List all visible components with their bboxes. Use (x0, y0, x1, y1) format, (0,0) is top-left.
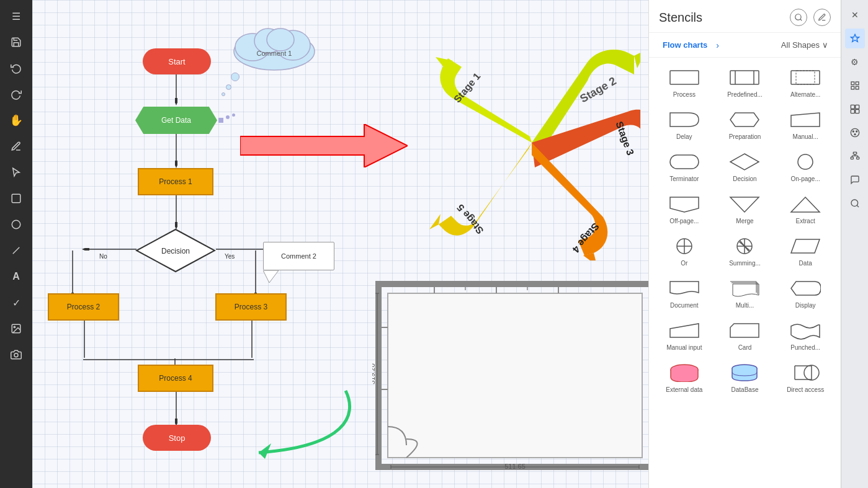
far-right-toolbar: ✕ ⚙ (841, 0, 868, 488)
svg-marker-78 (670, 197, 699, 212)
circle-button[interactable] (5, 213, 27, 236)
shape-on-page[interactable]: On-page... (776, 147, 834, 187)
stencil-tabs-bar: Flow charts › All Shapes ∨ (649, 33, 841, 58)
comment2-box[interactable]: Comment 2 (263, 242, 334, 270)
redo-button[interactable] (5, 83, 27, 105)
grid-view-button[interactable] (845, 76, 865, 95)
shape-delay[interactable]: Delay (655, 105, 714, 144)
shapes-view-button[interactable] (845, 99, 865, 119)
extract-label: Extract (796, 218, 815, 225)
image-button[interactable] (5, 317, 27, 340)
shape-external-data[interactable]: External data (655, 358, 714, 397)
shape-off-page[interactable]: Off-page... (655, 189, 714, 229)
edit-panel-button[interactable] (813, 9, 831, 26)
get-data-shape[interactable]: Get Data (135, 107, 217, 134)
close-panel-button[interactable]: ✕ (845, 5, 865, 25)
shape-card[interactable]: Card (716, 316, 774, 355)
stop-shape[interactable]: Stop (143, 425, 211, 451)
decision-icon (727, 151, 762, 173)
comment-button[interactable] (845, 170, 865, 190)
shapes-grid: Process Predefined... Alternate... Delay (649, 58, 841, 488)
shape-predefined[interactable]: Predefined... (716, 63, 774, 102)
preparation-label: Preparation (729, 133, 761, 141)
svg-marker-39 (634, 50, 640, 68)
process4-shape[interactable]: Process 4 (138, 365, 213, 392)
shape-database[interactable]: DataBase (716, 358, 774, 397)
stop-label: Stop (169, 433, 186, 443)
merge-label: Merge (736, 218, 753, 225)
select-button[interactable] (5, 161, 27, 184)
touch-button[interactable]: ✋ (5, 109, 27, 131)
svg-text:511.65: 511.65 (504, 463, 526, 470)
rect-button[interactable] (5, 187, 27, 210)
camera-button[interactable] (5, 344, 27, 366)
line-button[interactable] (5, 239, 27, 262)
svg-point-4 (14, 326, 15, 327)
pin-button[interactable] (845, 29, 865, 48)
tree-button[interactable] (845, 146, 865, 166)
process4-label: Process 4 (159, 374, 192, 383)
zoom-panel-button[interactable] (845, 193, 865, 213)
database-icon (727, 362, 762, 384)
process3-shape[interactable]: Process 3 (215, 293, 287, 321)
shape-manual[interactable]: Manual... (776, 105, 834, 144)
shape-process[interactable]: Process (655, 63, 714, 102)
panel-header: Stencils (649, 0, 841, 33)
off-page-label: Off-page... (669, 218, 699, 225)
no-label: No (99, 253, 107, 260)
check-button[interactable]: ✓ (5, 291, 27, 314)
shape-summing[interactable]: Summing... (716, 231, 774, 271)
multi-label: Multi... (736, 302, 754, 309)
decision-shape[interactable]: Decision (135, 228, 216, 273)
settings-button[interactable]: ⚙ (845, 52, 865, 72)
svg-line-115 (857, 205, 859, 207)
search-panel-button[interactable] (790, 9, 807, 26)
pen-button[interactable] (5, 135, 27, 157)
svg-marker-79 (730, 197, 759, 212)
shape-or[interactable]: Or (655, 231, 714, 271)
card-label: Card (738, 344, 752, 352)
shape-display[interactable]: Display (776, 273, 834, 313)
arrow-down-process2 (71, 251, 74, 300)
svg-marker-45 (429, 214, 441, 229)
menu-button[interactable]: ☰ (5, 5, 27, 27)
svg-text:Stage 3: Stage 3 (614, 120, 635, 156)
palette-button[interactable] (845, 123, 865, 143)
process1-shape[interactable]: Process 1 (138, 168, 213, 195)
shape-direct-access[interactable]: Direct access (776, 358, 834, 397)
start-shape[interactable]: Start (143, 48, 211, 74)
arrow-getdata-process1 (175, 134, 177, 168)
flow-charts-chevron[interactable]: › (716, 40, 719, 50)
arrow-start-getdata (175, 74, 177, 105)
punched-label: Punched... (790, 344, 820, 352)
svg-rect-101 (851, 110, 854, 113)
all-shapes-button[interactable]: All Shapes ∨ (776, 38, 833, 52)
shape-preparation[interactable]: Preparation (716, 105, 774, 144)
svg-line-66 (800, 19, 802, 21)
canvas-area[interactable]: Start Comment 1 Get Data Process 1 (32, 0, 648, 488)
svg-rect-100 (855, 105, 859, 109)
text-button[interactable]: A (5, 265, 27, 288)
flow-charts-tab[interactable]: Flow charts (656, 38, 714, 52)
svg-rect-49 (388, 293, 642, 458)
shape-multi[interactable]: Multi... (716, 273, 774, 313)
multi-icon (727, 277, 762, 299)
process2-shape[interactable]: Process 2 (48, 293, 119, 321)
shape-punched[interactable]: Punched... (776, 316, 834, 355)
external-data-label: External data (666, 386, 702, 394)
shape-merge[interactable]: Merge (716, 189, 774, 229)
svg-text:Comment 1: Comment 1 (257, 50, 292, 57)
svg-point-1 (12, 220, 20, 229)
comment1-cloud[interactable]: Comment 1 (225, 17, 324, 76)
svg-marker-76 (730, 154, 759, 170)
shape-manual-input[interactable]: Manual input (655, 316, 714, 355)
undo-button[interactable] (5, 57, 27, 79)
shape-terminator[interactable]: Terminator (655, 147, 714, 187)
shape-decision[interactable]: Decision (716, 147, 774, 187)
shape-data[interactable]: Data (776, 231, 834, 271)
shape-alternate[interactable]: Alternate... (776, 63, 834, 102)
shape-extract[interactable]: Extract (776, 189, 834, 229)
save-button[interactable] (5, 31, 27, 53)
shape-document[interactable]: Document (655, 273, 714, 313)
merge-icon (727, 193, 762, 215)
